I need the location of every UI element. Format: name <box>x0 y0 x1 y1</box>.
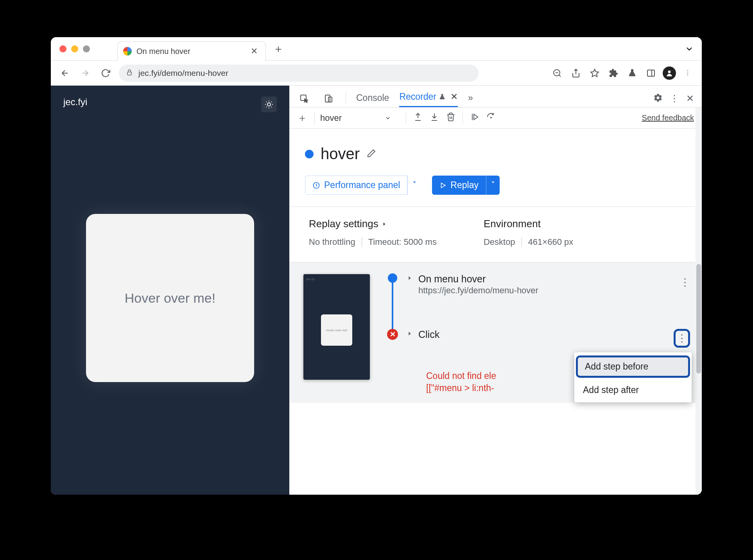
performance-panel-button[interactable]: Performance panel <box>305 176 407 195</box>
zoom-out-icon[interactable] <box>550 66 564 80</box>
devtools-menu-icon[interactable]: ⋮ <box>670 93 679 104</box>
tab-title: On menu hover <box>136 47 244 56</box>
step-2-title: Click <box>418 329 439 340</box>
recording-title: hover <box>321 145 360 163</box>
svg-marker-29 <box>491 181 494 183</box>
context-menu: Add step before Add step after <box>574 352 692 402</box>
minimize-window-icon[interactable] <box>71 45 78 52</box>
browser-menu-icon[interactable]: ⋮ <box>681 66 695 80</box>
recorder-body: hover Performance panel <box>289 129 702 495</box>
svg-point-10 <box>668 70 671 73</box>
more-tabs-icon[interactable]: » <box>468 93 473 107</box>
slow-replay-icon[interactable] <box>486 112 496 124</box>
chevron-right-icon <box>407 275 413 283</box>
browser-tab[interactable]: On menu hover ✕ <box>117 41 266 61</box>
send-feedback-link[interactable]: Send feedback <box>642 113 694 122</box>
import-icon[interactable] <box>430 112 439 124</box>
svg-marker-32 <box>409 332 411 335</box>
svg-point-25 <box>491 117 491 118</box>
step-node-error: ✕ <box>387 329 398 340</box>
reload-button[interactable] <box>99 66 113 80</box>
step-1[interactable]: On menu hover https://jec.fyi/demo/menu-… <box>407 273 538 296</box>
settings-panel: Replay settings No throttling Timeout: 5… <box>289 206 702 262</box>
toolbar: jec.fyi/demo/menu-hover ⋮ <box>51 61 702 86</box>
menu-add-step-after[interactable]: Add step after <box>574 379 692 401</box>
share-icon[interactable] <box>569 66 583 80</box>
timeline-line <box>392 277 393 332</box>
edit-title-icon[interactable] <box>367 149 376 160</box>
maximize-window-icon[interactable] <box>83 45 90 52</box>
address-bar[interactable]: jec.fyi/demo/menu-hover <box>119 65 479 82</box>
delete-icon[interactable] <box>446 112 455 124</box>
device-value: Desktop <box>484 237 515 247</box>
extensions-icon[interactable] <box>606 66 620 80</box>
titlebar: On menu hover ✕ ＋ <box>51 37 702 61</box>
devtools-tabs: Console Recorder ✕ » ⋮ ✕ <box>289 86 702 108</box>
step-2-menu-icon[interactable]: ⋮ <box>674 329 690 348</box>
recording-status-icon <box>305 150 314 158</box>
replay-settings-header[interactable]: Replay settings <box>309 218 437 230</box>
replay-button[interactable]: Replay <box>432 176 486 195</box>
back-button[interactable] <box>58 66 72 80</box>
svg-line-14 <box>266 102 267 102</box>
error-message: Could not find ele [["#menu > li:nth- <box>426 370 496 394</box>
theme-toggle-button[interactable] <box>261 97 277 112</box>
profile-avatar[interactable] <box>663 66 676 80</box>
svg-rect-8 <box>647 70 654 76</box>
svg-marker-27 <box>413 181 416 183</box>
menu-add-step-before[interactable]: Add step before <box>576 355 690 378</box>
performance-panel-dropdown[interactable] <box>407 176 421 195</box>
step-2[interactable]: Click <box>407 329 439 340</box>
svg-marker-31 <box>409 276 411 280</box>
webpage: jec.fyi Hover over me! <box>51 86 289 495</box>
labs-icon[interactable] <box>625 66 639 80</box>
svg-line-19 <box>271 102 272 102</box>
replay-dropdown[interactable] <box>486 176 500 195</box>
inspect-element-icon[interactable] <box>297 93 311 107</box>
svg-rect-21 <box>325 95 330 102</box>
timeout-value: Timeout: 5000 ms <box>368 237 437 247</box>
step-1-menu-icon[interactable]: ⋮ <box>680 276 690 289</box>
svg-marker-28 <box>441 183 446 188</box>
step-1-title: On menu hover <box>418 273 538 285</box>
tabs-overflow-button[interactable] <box>685 44 694 55</box>
scrollbar-thumb[interactable] <box>696 264 701 373</box>
environment-header: Environment <box>484 218 573 230</box>
svg-rect-2 <box>127 72 132 75</box>
step-thumbnail: jec.fyi Hover over me! <box>303 274 370 380</box>
close-tab-icon[interactable]: ✕ <box>450 92 458 102</box>
favicon-icon <box>123 47 132 56</box>
close-window-icon[interactable] <box>59 45 66 52</box>
content: jec.fyi Hover over me! Console <box>51 86 702 495</box>
tab-console[interactable]: Console <box>356 93 389 107</box>
tab-close-icon[interactable]: ✕ <box>248 46 260 56</box>
bookmark-icon[interactable] <box>588 66 602 80</box>
devtools: Console Recorder ✕ » ⋮ ✕ ＋ hover <box>289 86 702 495</box>
hover-card[interactable]: Hover over me! <box>86 214 254 382</box>
viewport-value: 461×660 px <box>528 237 574 247</box>
side-panel-icon[interactable] <box>644 66 658 80</box>
recording-select[interactable]: hover <box>314 111 396 125</box>
svg-marker-24 <box>474 114 478 120</box>
chevron-right-icon <box>407 330 413 338</box>
tab-recorder[interactable]: Recorder ✕ <box>399 92 458 107</box>
recording-header: hover <box>289 129 702 172</box>
forward-button[interactable] <box>78 66 92 80</box>
throttle-value: No throttling <box>309 237 355 247</box>
settings-icon[interactable] <box>653 93 663 104</box>
step-through-icon[interactable] <box>470 112 479 124</box>
action-buttons: Performance panel Replay <box>289 172 702 206</box>
new-tab-button[interactable]: ＋ <box>273 41 284 56</box>
device-toolbar-icon[interactable] <box>321 93 335 107</box>
devtools-close-icon[interactable]: ✕ <box>686 93 694 104</box>
export-icon[interactable] <box>413 112 423 124</box>
new-recording-button[interactable]: ＋ <box>297 111 307 125</box>
step-node-1 <box>388 273 397 283</box>
scrollbar[interactable] <box>696 108 702 495</box>
svg-line-18 <box>266 107 267 107</box>
url-text: jec.fyi/demo/menu-hover <box>138 68 228 78</box>
svg-point-11 <box>267 103 271 106</box>
site-title: jec.fyi <box>63 97 87 112</box>
browser-window: On menu hover ✕ ＋ jec.fyi/demo/menu-hove… <box>51 37 702 495</box>
svg-marker-30 <box>383 222 385 225</box>
